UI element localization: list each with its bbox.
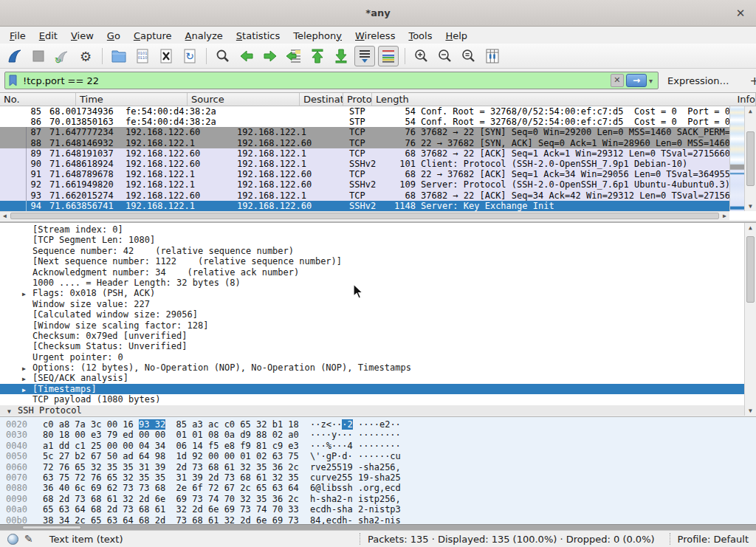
hex-row[interactable]: 0080 36 40 6c 69 62 73 73 68 2e 6f 72 67…: [6, 483, 756, 493]
close-file-button[interactable]: [156, 46, 176, 66]
table-row[interactable]: 9271.661949820192.168.122.1192.168.122.6…: [0, 179, 729, 190]
detail-tree-item[interactable]: ▼SSH Protocol: [0, 405, 756, 416]
menu-item[interactable]: Statistics: [230, 29, 286, 43]
detail-tree-item[interactable]: [Window size scaling factor: 128]: [0, 320, 756, 331]
bytes-horizontal-scrollbar[interactable]: [0, 524, 756, 530]
zoom-reset-button[interactable]: [458, 46, 479, 66]
capture-comment-icon[interactable]: ✎: [24, 533, 33, 545]
hex-dump[interactable]: 0020 c0 a8 7a 3c 00 16 93 32 85 a3 ac c0…: [0, 417, 756, 524]
zoom-in-button[interactable]: [411, 46, 432, 66]
menu-item[interactable]: Capture: [127, 29, 179, 43]
start-capture-button[interactable]: [4, 46, 25, 66]
menu-item[interactable]: Help: [439, 29, 474, 43]
resize-columns-button[interactable]: [482, 46, 503, 66]
scroll-up-icon[interactable]: ▲: [745, 224, 756, 231]
column-header[interactable]: Length: [372, 93, 733, 106]
column-header[interactable]: Time: [76, 93, 188, 106]
detail-tree-item[interactable]: Checksum: 0x79ed [unverified]: [0, 331, 756, 341]
detail-tree-item[interactable]: 1000 .... = Header Length: 32 bytes (8): [0, 278, 756, 288]
apply-filter-icon[interactable]: →: [626, 74, 647, 87]
detail-tree-item[interactable]: ▶Options: (12 bytes), No-Operation (NOP)…: [0, 362, 756, 373]
table-row[interactable]: 9371.662015274192.168.122.60192.168.122.…: [0, 190, 729, 201]
detail-tree-item[interactable]: [Stream index: 0]: [0, 224, 756, 235]
scrollbar-thumb[interactable]: [746, 131, 755, 186]
hex-row[interactable]: 0040 a1 dd c1 25 00 00 04 34 06 14 f5 e8…: [6, 441, 756, 451]
detail-tree-item[interactable]: TCP payload (1080 bytes): [0, 394, 756, 405]
column-header[interactable]: Destination: [300, 93, 343, 106]
details-vertical-scrollbar[interactable]: ▲ ▼: [744, 223, 756, 416]
column-header[interactable]: Source: [188, 93, 300, 106]
hex-row[interactable]: 0090 68 2d 73 68 61 32 2d 6e 69 73 74 70…: [6, 494, 756, 504]
column-header[interactable]: Info: [733, 93, 756, 106]
expression-button[interactable]: Expression…: [667, 75, 729, 86]
go-first-button[interactable]: [307, 46, 328, 66]
detail-tree-item[interactable]: Urgent pointer: 0: [0, 352, 756, 362]
table-row[interactable]: 9171.648789678192.168.122.1192.168.122.6…: [0, 169, 729, 179]
detail-tree-item[interactable]: [Next sequence number: 1122 (relative se…: [0, 256, 756, 266]
open-file-button[interactable]: [109, 46, 129, 66]
reload-file-button[interactable]: ↻: [179, 46, 200, 66]
table-row[interactable]: 8971.648191037192.168.122.60192.168.122.…: [0, 148, 729, 159]
detail-tree-item[interactable]: Window size value: 227: [0, 299, 756, 309]
scroll-up-icon[interactable]: ▲: [745, 108, 756, 114]
hex-row[interactable]: 00a0 65 63 64 68 2d 73 68 61 32 2d 6e 69…: [6, 504, 756, 515]
detail-tree-item[interactable]: [Checksum Status: Unverified]: [0, 341, 756, 351]
menu-item[interactable]: Tools: [402, 29, 439, 43]
menu-item[interactable]: Telephony: [286, 29, 348, 43]
detail-tree-item[interactable]: Acknowledgment number: 34 (relative ack …: [0, 267, 756, 278]
menu-item[interactable]: View: [64, 29, 100, 43]
scrollbar-thumb[interactable]: [10, 213, 719, 219]
scroll-down-icon[interactable]: ▼: [745, 407, 756, 414]
detail-tree-item[interactable]: [Calculated window size: 29056]: [0, 309, 756, 320]
close-icon[interactable]: ✕: [734, 7, 747, 20]
display-filter-input[interactable]: !tcp.port == 22 ✕ → ▾: [4, 72, 659, 89]
go-to-packet-button[interactable]: [284, 46, 304, 66]
profile-status[interactable]: Profile: Default: [678, 534, 749, 545]
detail-tree-item[interactable]: ▶[Timestamps]: [0, 384, 756, 394]
hex-row[interactable]: 0050 5c 27 b2 67 50 ad 64 98 1d 92 00 00…: [6, 451, 756, 461]
scroll-right-icon[interactable]: ▶: [720, 212, 729, 220]
auto-scroll-toggle[interactable]: [354, 46, 375, 66]
menu-item[interactable]: Edit: [32, 29, 64, 43]
find-packet-button[interactable]: [213, 46, 233, 66]
expert-info-icon[interactable]: [7, 534, 18, 545]
capture-options-button[interactable]: ⚙: [75, 46, 96, 66]
table-row[interactable]: 8568.001734936fe:54:00:d4:38:2aSTP54Conf…: [0, 106, 729, 117]
detail-tree-item[interactable]: Sequence number: 42 (relative sequence n…: [0, 246, 756, 256]
scroll-left-icon[interactable]: ◀: [0, 212, 10, 220]
add-filter-button[interactable]: +: [744, 74, 756, 88]
detail-tree-item[interactable]: ▶Flags: 0x018 (PSH, ACK): [0, 288, 756, 298]
table-row[interactable]: 9471.663856741192.168.122.1192.168.122.6…: [0, 201, 729, 211]
table-row[interactable]: 8871.648146932192.168.122.1192.168.122.6…: [0, 138, 729, 148]
menu-item[interactable]: Analyze: [179, 29, 230, 43]
go-last-button[interactable]: [331, 46, 351, 66]
hex-row[interactable]: 0020 c0 a8 7a 3c 00 16 93 32 85 a3 ac c0…: [6, 419, 756, 430]
packet-list-horizontal-scrollbar[interactable]: ◀ ▶: [0, 211, 729, 220]
packet-list-vertical-scrollbar[interactable]: ▲ ▼: [744, 106, 756, 211]
menu-item[interactable]: Go: [100, 29, 127, 43]
save-file-button[interactable]: 01010110: [132, 46, 153, 66]
filter-dropdown-icon[interactable]: ▾: [649, 77, 653, 85]
hex-row[interactable]: 0070 63 75 72 76 65 32 35 35 31 39 2d 73…: [6, 472, 756, 483]
hex-row[interactable]: 00b0 38 34 2c 65 63 64 68 2d 73 68 61 32…: [6, 515, 756, 524]
hex-row[interactable]: 0060 72 76 65 32 35 35 31 39 2d 73 68 61…: [6, 462, 756, 472]
filter-text[interactable]: !tcp.port == 22: [23, 75, 611, 86]
stop-capture-button[interactable]: [28, 46, 49, 66]
go-back-button[interactable]: [236, 46, 257, 66]
zoom-out-button[interactable]: [435, 46, 456, 66]
menu-item[interactable]: File: [3, 29, 32, 43]
table-row[interactable]: 8670.013850163fe:54:00:d4:38:2aSTP54Conf…: [0, 117, 729, 127]
scrollbar-thumb[interactable]: [22, 526, 81, 529]
bookmark-icon[interactable]: [7, 74, 18, 87]
clear-filter-icon[interactable]: ✕: [611, 74, 624, 87]
hex-row[interactable]: 0030 80 18 00 e3 79 ed 00 00 01 01 08 0a…: [6, 430, 756, 440]
table-row[interactable]: 9071.648618924192.168.122.60192.168.122.…: [0, 159, 729, 169]
detail-tree-item[interactable]: ▶[SEQ/ACK analysis]: [0, 373, 756, 383]
scrollbar-thumb[interactable]: [746, 236, 755, 303]
table-row[interactable]: 8771.647777234192.168.122.60192.168.122.…: [0, 127, 729, 137]
restart-capture-button[interactable]: ↻: [52, 46, 72, 66]
go-forward-button[interactable]: [260, 46, 281, 66]
scroll-down-icon[interactable]: ▼: [745, 203, 756, 210]
menu-item[interactable]: Wireless: [348, 29, 402, 43]
column-header[interactable]: Protocol: [343, 93, 372, 106]
